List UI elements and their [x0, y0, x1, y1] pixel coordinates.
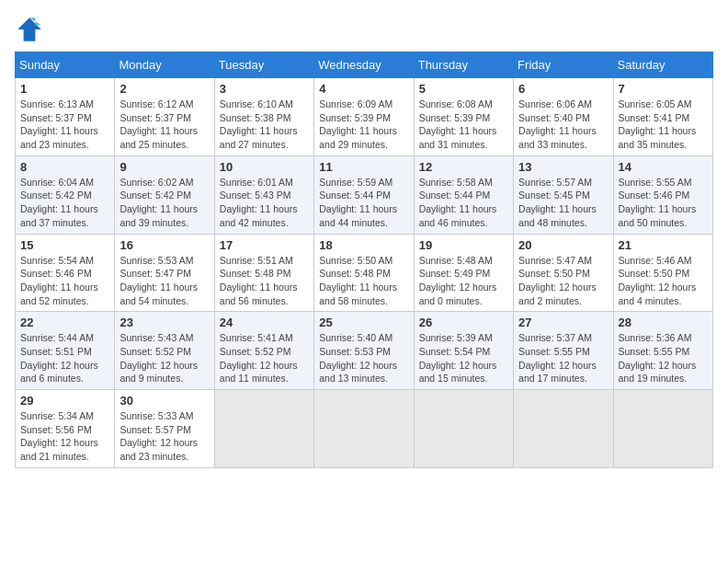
day-info: Sunrise: 5:39 AMSunset: 5:54 PMDaylight:… [419, 331, 508, 385]
day-number: 20 [518, 238, 608, 252]
page-header [15, 15, 713, 44]
calendar-day-cell: 3Sunrise: 6:10 AMSunset: 5:38 PMDaylight… [214, 78, 313, 156]
day-info: Sunrise: 6:04 AMSunset: 5:42 PMDaylight:… [20, 176, 109, 230]
day-info: Sunrise: 5:50 AMSunset: 5:48 PMDaylight:… [319, 254, 408, 308]
day-info: Sunrise: 5:59 AMSunset: 5:44 PMDaylight:… [319, 176, 408, 230]
day-info: Sunrise: 6:01 AMSunset: 5:43 PMDaylight:… [220, 176, 309, 230]
day-info: Sunrise: 6:02 AMSunset: 5:42 PMDaylight:… [119, 176, 209, 230]
day-info: Sunrise: 5:43 AMSunset: 5:52 PMDaylight:… [119, 331, 209, 385]
day-info: Sunrise: 5:37 AMSunset: 5:55 PMDaylight:… [518, 331, 608, 385]
day-info: Sunrise: 6:10 AMSunset: 5:38 PMDaylight:… [220, 98, 309, 152]
svg-marker-0 [17, 17, 41, 41]
calendar-day-cell: 13Sunrise: 5:57 AMSunset: 5:45 PMDayligh… [514, 155, 613, 234]
day-number: 15 [20, 238, 109, 252]
logo-icon [15, 15, 44, 44]
calendar-day-cell: 30Sunrise: 5:33 AMSunset: 5:57 PMDayligh… [115, 390, 214, 468]
day-info: Sunrise: 5:55 AMSunset: 5:46 PMDaylight:… [619, 176, 708, 230]
calendar-table: SundayMondayTuesdayWednesdayThursdayFrid… [15, 52, 713, 468]
calendar-day-cell [214, 390, 313, 468]
day-number: 27 [518, 316, 608, 329]
calendar-day-cell: 25Sunrise: 5:40 AMSunset: 5:53 PMDayligh… [314, 312, 414, 390]
logo [15, 15, 48, 44]
day-number: 9 [119, 160, 209, 174]
day-number: 6 [518, 82, 608, 96]
calendar-day-cell: 10Sunrise: 6:01 AMSunset: 5:43 PMDayligh… [214, 155, 313, 234]
calendar-day-cell: 29Sunrise: 5:34 AMSunset: 5:56 PMDayligh… [16, 390, 115, 468]
day-number: 21 [619, 238, 708, 252]
calendar-day-cell: 11Sunrise: 5:59 AMSunset: 5:44 PMDayligh… [314, 155, 414, 234]
calendar-day-cell: 16Sunrise: 5:53 AMSunset: 5:47 PMDayligh… [115, 234, 214, 312]
day-info: Sunrise: 5:46 AMSunset: 5:50 PMDaylight:… [619, 254, 708, 308]
day-number: 10 [220, 160, 309, 174]
calendar-day-cell: 15Sunrise: 5:54 AMSunset: 5:46 PMDayligh… [16, 234, 115, 312]
day-info: Sunrise: 5:48 AMSunset: 5:49 PMDaylight:… [419, 254, 508, 308]
calendar-day-cell [314, 390, 414, 468]
day-number: 18 [319, 238, 408, 252]
day-number: 14 [619, 160, 708, 174]
day-info: Sunrise: 5:51 AMSunset: 5:48 PMDaylight:… [220, 254, 309, 308]
calendar-week-row: 8Sunrise: 6:04 AMSunset: 5:42 PMDaylight… [16, 155, 713, 234]
calendar-day-cell: 26Sunrise: 5:39 AMSunset: 5:54 PMDayligh… [414, 312, 513, 390]
calendar-day-cell: 28Sunrise: 5:36 AMSunset: 5:55 PMDayligh… [613, 312, 712, 390]
calendar-day-cell: 17Sunrise: 5:51 AMSunset: 5:48 PMDayligh… [214, 234, 313, 312]
calendar-day-cell: 5Sunrise: 6:08 AMSunset: 5:39 PMDaylight… [414, 78, 513, 156]
day-number: 16 [119, 238, 209, 252]
day-number: 12 [419, 160, 508, 174]
weekday-header: Tuesday [214, 52, 313, 78]
calendar-day-cell: 1Sunrise: 6:13 AMSunset: 5:37 PMDaylight… [16, 78, 115, 156]
day-info: Sunrise: 6:08 AMSunset: 5:39 PMDaylight:… [419, 98, 508, 152]
day-number: 7 [619, 82, 708, 96]
weekday-header: Friday [514, 52, 613, 78]
day-info: Sunrise: 5:36 AMSunset: 5:55 PMDaylight:… [619, 331, 708, 385]
calendar-header-row: SundayMondayTuesdayWednesdayThursdayFrid… [16, 52, 713, 78]
day-number: 8 [20, 160, 109, 174]
day-info: Sunrise: 5:41 AMSunset: 5:52 PMDaylight:… [220, 331, 309, 385]
day-info: Sunrise: 5:57 AMSunset: 5:45 PMDaylight:… [518, 176, 608, 230]
day-number: 19 [419, 238, 508, 252]
calendar-day-cell: 21Sunrise: 5:46 AMSunset: 5:50 PMDayligh… [613, 234, 712, 312]
calendar-week-row: 15Sunrise: 5:54 AMSunset: 5:46 PMDayligh… [16, 234, 713, 312]
day-number: 28 [619, 316, 708, 329]
day-info: Sunrise: 6:05 AMSunset: 5:41 PMDaylight:… [619, 98, 708, 152]
calendar-day-cell: 24Sunrise: 5:41 AMSunset: 5:52 PMDayligh… [214, 312, 313, 390]
calendar-day-cell [514, 390, 613, 468]
calendar-day-cell: 23Sunrise: 5:43 AMSunset: 5:52 PMDayligh… [115, 312, 214, 390]
day-info: Sunrise: 5:54 AMSunset: 5:46 PMDaylight:… [20, 254, 109, 308]
day-number: 25 [319, 316, 408, 329]
calendar-day-cell: 6Sunrise: 6:06 AMSunset: 5:40 PMDaylight… [514, 78, 613, 156]
day-info: Sunrise: 5:44 AMSunset: 5:51 PMDaylight:… [20, 331, 109, 385]
calendar-day-cell: 12Sunrise: 5:58 AMSunset: 5:44 PMDayligh… [414, 155, 513, 234]
calendar-day-cell: 4Sunrise: 6:09 AMSunset: 5:39 PMDaylight… [314, 78, 414, 156]
calendar-day-cell [613, 390, 712, 468]
day-info: Sunrise: 5:33 AMSunset: 5:57 PMDaylight:… [119, 409, 209, 464]
day-info: Sunrise: 5:58 AMSunset: 5:44 PMDaylight:… [419, 176, 508, 230]
day-number: 24 [220, 316, 309, 329]
calendar-day-cell: 18Sunrise: 5:50 AMSunset: 5:48 PMDayligh… [314, 234, 414, 312]
day-info: Sunrise: 5:34 AMSunset: 5:56 PMDaylight:… [20, 409, 109, 464]
calendar-day-cell: 19Sunrise: 5:48 AMSunset: 5:49 PMDayligh… [414, 234, 513, 312]
weekday-header: Sunday [16, 52, 115, 78]
day-number: 22 [20, 316, 109, 329]
calendar-week-row: 29Sunrise: 5:34 AMSunset: 5:56 PMDayligh… [16, 390, 713, 468]
day-info: Sunrise: 5:53 AMSunset: 5:47 PMDaylight:… [119, 254, 209, 308]
day-number: 2 [119, 82, 209, 96]
day-number: 23 [119, 316, 209, 329]
weekday-header: Monday [115, 52, 214, 78]
calendar-week-row: 1Sunrise: 6:13 AMSunset: 5:37 PMDaylight… [16, 78, 713, 156]
day-number: 11 [319, 160, 408, 174]
day-info: Sunrise: 6:06 AMSunset: 5:40 PMDaylight:… [518, 98, 608, 152]
day-number: 1 [20, 82, 109, 96]
calendar-day-cell: 7Sunrise: 6:05 AMSunset: 5:41 PMDaylight… [613, 78, 712, 156]
day-info: Sunrise: 6:09 AMSunset: 5:39 PMDaylight:… [319, 98, 408, 152]
calendar-week-row: 22Sunrise: 5:44 AMSunset: 5:51 PMDayligh… [16, 312, 713, 390]
weekday-header: Wednesday [314, 52, 414, 78]
calendar-day-cell: 2Sunrise: 6:12 AMSunset: 5:37 PMDaylight… [115, 78, 214, 156]
day-number: 26 [419, 316, 508, 329]
day-info: Sunrise: 6:13 AMSunset: 5:37 PMDaylight:… [20, 98, 109, 152]
day-number: 17 [220, 238, 309, 252]
calendar-day-cell: 27Sunrise: 5:37 AMSunset: 5:55 PMDayligh… [514, 312, 613, 390]
day-number: 29 [20, 394, 109, 408]
calendar-day-cell: 9Sunrise: 6:02 AMSunset: 5:42 PMDaylight… [115, 155, 214, 234]
calendar-day-cell: 8Sunrise: 6:04 AMSunset: 5:42 PMDaylight… [16, 155, 115, 234]
day-info: Sunrise: 5:40 AMSunset: 5:53 PMDaylight:… [319, 331, 408, 385]
